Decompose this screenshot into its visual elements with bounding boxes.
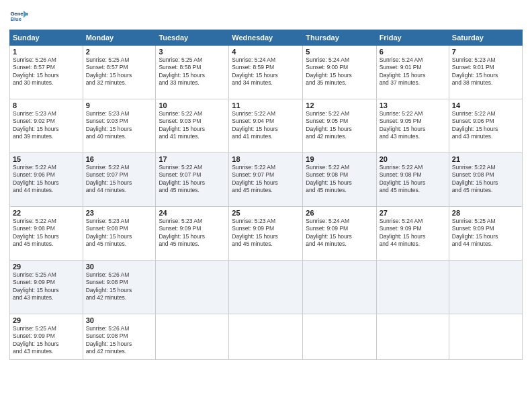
day-number: 10: [159, 101, 226, 109]
calendar-cell: [229, 314, 303, 360]
day-info: Sunrise: 5:22 AM Sunset: 9:08 PM Dayligh…: [306, 164, 373, 195]
calendar-cell: 4Sunrise: 5:24 AM Sunset: 8:59 PM Daylig…: [229, 46, 303, 99]
calendar-page: General Blue SundayMondayTuesdayWednesda…: [0, 0, 532, 411]
day-number: 17: [159, 155, 226, 163]
calendar-week-3: 15Sunrise: 5:22 AM Sunset: 9:06 PM Dayli…: [10, 153, 523, 207]
calendar-week-2: 8Sunrise: 5:23 AM Sunset: 9:02 PM Daylig…: [10, 99, 523, 153]
calendar-cell: [449, 314, 522, 360]
day-info: Sunrise: 5:26 AM Sunset: 9:08 PM Dayligh…: [86, 325, 153, 356]
logo: General Blue: [9, 7, 31, 26]
calendar-cell: 7Sunrise: 5:23 AM Sunset: 9:01 PM Daylig…: [449, 46, 522, 99]
calendar-cell: 24Sunrise: 5:23 AM Sunset: 9:09 PM Dayli…: [156, 207, 229, 261]
day-number: 4: [232, 48, 300, 56]
calendar-cell: 10Sunrise: 5:22 AM Sunset: 9:03 PM Dayli…: [156, 99, 229, 153]
day-number: 18: [232, 155, 300, 163]
calendar-cell: [303, 314, 376, 360]
calendar-cell: 2Sunrise: 5:25 AM Sunset: 8:57 PM Daylig…: [83, 46, 156, 99]
day-info: Sunrise: 5:25 AM Sunset: 9:09 PM Dayligh…: [452, 218, 519, 248]
day-info: Sunrise: 5:23 AM Sunset: 9:08 PM Dayligh…: [86, 218, 153, 248]
day-info: Sunrise: 5:24 AM Sunset: 9:01 PM Dayligh…: [380, 56, 446, 87]
calendar-cell: [229, 261, 303, 314]
day-number: 19: [306, 155, 373, 163]
day-number: 8: [13, 101, 80, 109]
calendar-cell: 11Sunrise: 5:22 AM Sunset: 9:04 PM Dayli…: [229, 99, 303, 153]
day-number: 11: [232, 101, 300, 109]
day-number: 14: [452, 101, 519, 109]
svg-text:Blue: Blue: [10, 16, 21, 22]
calendar-cell: 30Sunrise: 5:26 AM Sunset: 9:08 PM Dayli…: [83, 314, 156, 360]
day-number: 20: [380, 155, 446, 163]
calendar-week-4: 22Sunrise: 5:22 AM Sunset: 9:08 PM Dayli…: [10, 207, 523, 261]
calendar-cell: 29Sunrise: 5:25 AM Sunset: 9:09 PM Dayli…: [10, 314, 83, 360]
header: General Blue: [9, 7, 523, 26]
day-number: 30: [86, 316, 153, 324]
calendar-week-last: 29Sunrise: 5:25 AM Sunset: 9:09 PM Dayli…: [10, 314, 523, 360]
col-header-monday: Monday: [83, 30, 156, 46]
day-number: 27: [380, 209, 446, 217]
calendar-cell: 27Sunrise: 5:24 AM Sunset: 9:09 PM Dayli…: [376, 207, 449, 261]
day-info: Sunrise: 5:23 AM Sunset: 9:03 PM Dayligh…: [86, 110, 153, 141]
col-header-sunday: Sunday: [10, 30, 83, 46]
calendar-cell: 14Sunrise: 5:22 AM Sunset: 9:06 PM Dayli…: [449, 99, 522, 153]
calendar-cell: 6Sunrise: 5:24 AM Sunset: 9:01 PM Daylig…: [376, 46, 449, 99]
day-info: Sunrise: 5:22 AM Sunset: 9:07 PM Dayligh…: [159, 164, 226, 195]
day-number: 21: [452, 155, 519, 163]
day-number: 28: [452, 209, 519, 217]
day-info: Sunrise: 5:25 AM Sunset: 8:57 PM Dayligh…: [86, 56, 153, 87]
day-info: Sunrise: 5:22 AM Sunset: 9:05 PM Dayligh…: [306, 110, 373, 141]
calendar-cell: 13Sunrise: 5:22 AM Sunset: 9:05 PM Dayli…: [376, 99, 449, 153]
calendar-cell: [156, 314, 229, 360]
calendar-cell: 9Sunrise: 5:23 AM Sunset: 9:03 PM Daylig…: [83, 99, 156, 153]
day-number: 1: [13, 48, 80, 56]
day-info: Sunrise: 5:22 AM Sunset: 9:08 PM Dayligh…: [452, 164, 519, 195]
col-header-saturday: Saturday: [449, 30, 522, 46]
day-info: Sunrise: 5:23 AM Sunset: 9:01 PM Dayligh…: [452, 56, 519, 87]
day-number: 23: [86, 209, 153, 217]
col-header-wednesday: Wednesday: [229, 30, 303, 46]
calendar-cell: [376, 314, 449, 360]
calendar-week-1: 1Sunrise: 5:26 AM Sunset: 8:57 PM Daylig…: [10, 46, 523, 99]
col-header-thursday: Thursday: [303, 30, 376, 46]
day-info: Sunrise: 5:22 AM Sunset: 9:08 PM Dayligh…: [380, 164, 446, 195]
calendar-cell: 20Sunrise: 5:22 AM Sunset: 9:08 PM Dayli…: [376, 153, 449, 207]
col-header-friday: Friday: [376, 30, 449, 46]
calendar-week-5: 29Sunrise: 5:25 AM Sunset: 9:09 PM Dayli…: [10, 261, 523, 314]
day-number: 22: [13, 209, 80, 217]
day-number: 2: [86, 48, 153, 56]
day-info: Sunrise: 5:24 AM Sunset: 9:00 PM Dayligh…: [306, 56, 373, 87]
calendar-cell: 19Sunrise: 5:22 AM Sunset: 9:08 PM Dayli…: [303, 153, 376, 207]
calendar-cell: 29Sunrise: 5:25 AM Sunset: 9:09 PM Dayli…: [10, 261, 83, 314]
day-number: 26: [306, 209, 373, 217]
day-info: Sunrise: 5:23 AM Sunset: 9:09 PM Dayligh…: [159, 218, 226, 248]
calendar-cell: 8Sunrise: 5:23 AM Sunset: 9:02 PM Daylig…: [10, 99, 83, 153]
day-info: Sunrise: 5:22 AM Sunset: 9:07 PM Dayligh…: [232, 164, 300, 195]
col-header-tuesday: Tuesday: [156, 30, 229, 46]
day-info: Sunrise: 5:22 AM Sunset: 9:08 PM Dayligh…: [13, 218, 80, 248]
calendar-cell: 12Sunrise: 5:22 AM Sunset: 9:05 PM Dayli…: [303, 99, 376, 153]
day-info: Sunrise: 5:22 AM Sunset: 9:03 PM Dayligh…: [159, 110, 226, 141]
calendar-cell: 1Sunrise: 5:26 AM Sunset: 8:57 PM Daylig…: [10, 46, 83, 99]
day-number: 25: [232, 209, 300, 217]
day-info: Sunrise: 5:22 AM Sunset: 9:06 PM Dayligh…: [13, 164, 80, 195]
day-number: 16: [86, 155, 153, 163]
calendar-cell: 3Sunrise: 5:25 AM Sunset: 8:58 PM Daylig…: [156, 46, 229, 99]
calendar-cell: 5Sunrise: 5:24 AM Sunset: 9:00 PM Daylig…: [303, 46, 376, 99]
calendar-cell: 28Sunrise: 5:25 AM Sunset: 9:09 PM Dayli…: [449, 207, 522, 261]
calendar-cell: 26Sunrise: 5:24 AM Sunset: 9:09 PM Dayli…: [303, 207, 376, 261]
day-info: Sunrise: 5:26 AM Sunset: 9:08 PM Dayligh…: [86, 271, 153, 302]
day-info: Sunrise: 5:24 AM Sunset: 9:09 PM Dayligh…: [306, 218, 373, 248]
day-number: 12: [306, 101, 373, 109]
day-info: Sunrise: 5:24 AM Sunset: 8:59 PM Dayligh…: [232, 56, 300, 87]
calendar-cell: 18Sunrise: 5:22 AM Sunset: 9:07 PM Dayli…: [229, 153, 303, 207]
day-number: 15: [13, 155, 80, 163]
day-info: Sunrise: 5:25 AM Sunset: 9:09 PM Dayligh…: [13, 325, 80, 356]
day-number: 30: [86, 263, 153, 271]
day-number: 5: [306, 48, 373, 56]
calendar-cell: [156, 261, 229, 314]
day-number: 9: [86, 101, 153, 109]
day-info: Sunrise: 5:26 AM Sunset: 8:57 PM Dayligh…: [13, 56, 80, 87]
calendar-cell: 15Sunrise: 5:22 AM Sunset: 9:06 PM Dayli…: [10, 153, 83, 207]
calendar-cell: 23Sunrise: 5:23 AM Sunset: 9:08 PM Dayli…: [83, 207, 156, 261]
calendar-table: SundayMondayTuesdayWednesdayThursdayFrid…: [9, 30, 523, 360]
calendar-cell: [376, 261, 449, 314]
